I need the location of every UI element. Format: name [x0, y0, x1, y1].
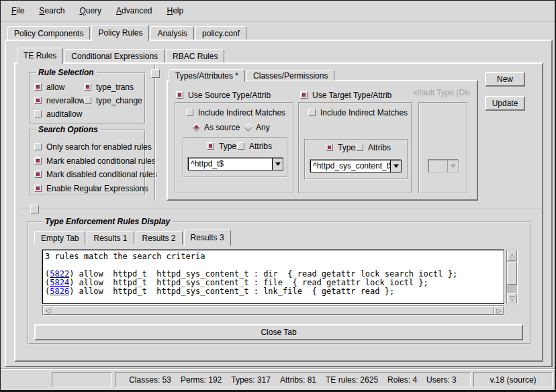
tab-rbac-rules[interactable]: RBAC Rules [166, 49, 224, 62]
rules-tab-bar: TE Rules Conditional Expressions RBAC Ru… [17, 48, 226, 62]
dropdown-arrow-icon[interactable] [390, 160, 401, 172]
horizontal-scrollbar[interactable]: ◁ ▷ [42, 305, 504, 315]
menu-advanced[interactable]: Advanced [113, 5, 154, 17]
checkbox-type-change[interactable]: type_change [84, 96, 142, 105]
checkbox-source-types[interactable]: Types [207, 142, 240, 150]
checkbox-neverallow[interactable]: neverallow [34, 96, 85, 105]
new-button[interactable]: New [485, 72, 525, 87]
checkbox-auditallow[interactable]: auditallow [34, 109, 82, 118]
checkbox-indicator [84, 83, 91, 91]
menu-file[interactable]: File [9, 5, 27, 17]
tab-analysis[interactable]: Analysis [150, 26, 194, 40]
checkbox-indicator [34, 110, 42, 117]
stat-te-rules: TE rules: 2625 [326, 375, 378, 385]
menu-help[interactable]: Help [164, 5, 186, 17]
checkbox-target-types[interactable]: Types [326, 143, 359, 152]
checkbox-indicator [300, 91, 308, 99]
default-type-label: Default Type (Disa [414, 88, 470, 97]
horizontal-scroll-thumb[interactable] [52, 306, 494, 315]
checkbox-indicator [34, 143, 42, 150]
default-type-label-clip: Default Type (Disa [414, 88, 470, 97]
rule-link[interactable]: 5822 [50, 269, 69, 279]
tab-classes-permissions[interactable]: Classes/Permissions [246, 70, 334, 81]
tab-te-rules[interactable]: TE Rules [17, 48, 63, 64]
default-type-combobox [428, 160, 459, 173]
rule-link[interactable]: 5826 [50, 287, 69, 296]
menu-query[interactable]: Query [77, 5, 104, 17]
rule-selection-title: Rule Selection [36, 68, 97, 77]
source-type-value: ^httpd_t$ [189, 158, 272, 170]
source-type-combobox[interactable]: ^httpd_t$ [188, 158, 283, 170]
vertical-scroll-thumb[interactable] [507, 262, 517, 285]
checkbox-regex[interactable]: Enable Regular Expressions [34, 184, 148, 193]
search-options-title: Search Options [36, 125, 101, 134]
tab-types-attributes[interactable]: Types/Attributes * [169, 69, 245, 82]
stat-perms: Perms: 192 [181, 375, 222, 385]
checkbox-use-source[interactable]: Use Source Type/Attrib [176, 91, 271, 99]
radio-as-source[interactable]: As source [193, 123, 240, 132]
checkbox-target-attribs[interactable]: Attribs [356, 143, 391, 152]
dropdown-arrow-icon[interactable] [272, 158, 283, 170]
stat-users: Users: 3 [426, 375, 457, 385]
tab-policy-conf[interactable]: policy.conf [195, 26, 246, 40]
checkbox-indicator [34, 157, 42, 164]
vertical-sash[interactable] [154, 65, 156, 201]
radio-indicator [244, 123, 252, 132]
status-version-panel: v.18 (source) [473, 372, 553, 387]
default-type-value [429, 160, 447, 172]
menu-search[interactable]: Search [36, 5, 67, 17]
checkbox-mark-disabled[interactable]: Mark disabled conditional rules [34, 170, 157, 179]
checkbox-indicator [34, 97, 42, 104]
checkbox-indicator [176, 91, 183, 99]
scroll-up-icon[interactable]: △ [507, 250, 517, 260]
scroll-right-icon[interactable]: ▷ [494, 306, 504, 315]
rule-link[interactable]: 5824 [50, 278, 69, 287]
checkbox-source-attribs[interactable]: Attribs [237, 142, 272, 150]
results-summary: 3 rules match the search criteria [45, 252, 502, 261]
tab-results-1[interactable]: Results 1 [87, 231, 134, 244]
stat-attribs: Attribs: 81 [280, 375, 316, 385]
menu-separator [1, 21, 555, 22]
tab-conditional-expressions[interactable]: Conditional Expressions [64, 49, 165, 62]
default-type-group [418, 102, 468, 194]
checkbox-indicator [34, 83, 42, 91]
checkbox-indicator [326, 144, 333, 151]
checkbox-source-indirect[interactable]: Include Indirect Matches [186, 108, 285, 117]
stat-roles: Roles: 4 [387, 375, 417, 385]
target-type-combobox[interactable]: ^httpd_sys_content_t$ [310, 160, 402, 173]
version-label: v.18 (source) [490, 375, 536, 385]
radio-any[interactable]: Any [245, 123, 270, 132]
close-tab-button[interactable]: Close Tab [34, 324, 523, 340]
stat-types: Types: 317 [231, 375, 271, 385]
checkbox-indicator [34, 170, 42, 178]
horizontal-sash[interactable] [21, 209, 542, 210]
tab-empty[interactable]: Empty Tab [34, 231, 85, 244]
tab-policy-rules[interactable]: Policy Rules [91, 25, 149, 41]
update-button[interactable]: Update [485, 96, 525, 111]
checkbox-indicator [356, 144, 363, 151]
checkbox-indicator [237, 142, 244, 150]
tab-policy-components[interactable]: Policy Components [7, 26, 90, 40]
scroll-left-icon[interactable]: ◁ [43, 306, 52, 315]
horizontal-sash-handle[interactable] [30, 205, 39, 213]
results-text-area[interactable]: 3 rules match the search criteria (5822)… [42, 250, 504, 304]
radio-indicator [192, 123, 201, 132]
main-tab-bar: Policy Components Policy Rules Analysis … [7, 25, 248, 40]
checkbox-use-target[interactable]: Use Target Type/Attrib [300, 91, 391, 99]
checkbox-allow[interactable]: allow [34, 83, 64, 91]
scroll-down-icon[interactable]: ▽ [507, 293, 517, 303]
tab-results-2[interactable]: Results 2 [136, 231, 183, 244]
tab-results-3[interactable]: Results 3 [184, 230, 231, 246]
checkbox-indicator [207, 142, 214, 150]
dropdown-arrow-icon [447, 160, 458, 172]
checkbox-mark-enabled[interactable]: Mark enabled conditional rules [34, 156, 156, 165]
vertical-sash-handle[interactable] [151, 69, 160, 78]
checkbox-target-indirect[interactable]: Include Indirect Matches [308, 108, 408, 117]
apol-window: File Search Query Advanced Help Policy C… [0, 0, 556, 392]
vertical-scrollbar[interactable]: △ ▽ [506, 250, 518, 304]
status-stats-panel: Classes: 53 Perms: 192 Types: 317 Attrib… [115, 372, 471, 387]
rule-line: (5826) allow httpd_t httpd_sys_content_t… [45, 287, 502, 296]
checkbox-only-enabled[interactable]: Only search for enabled rules [34, 142, 152, 151]
checkbox-type-trans[interactable]: type_trans [84, 83, 134, 91]
target-type-value: ^httpd_sys_content_t$ [311, 160, 390, 172]
